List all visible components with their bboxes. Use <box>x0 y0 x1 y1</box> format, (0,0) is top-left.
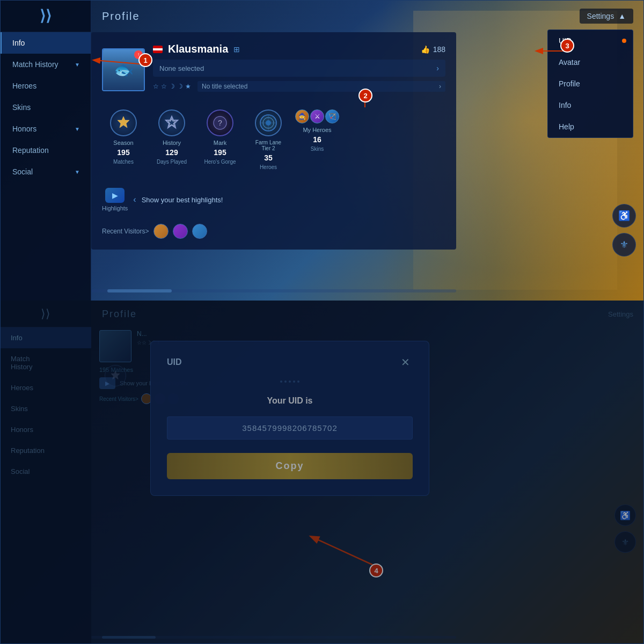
visitors-row: Recent Visitors> <box>102 224 445 239</box>
bottom-sidebar-info: Info <box>0 327 91 348</box>
visitor-avatar-2[interactable] <box>173 224 188 239</box>
stat-label-heroes: My Heroes <box>303 127 331 133</box>
stat-label-history: History <box>163 140 181 146</box>
star-4: ☽ <box>177 83 183 90</box>
sidebar-item-heroes[interactable]: Heroes <box>0 75 91 97</box>
stat-season[interactable]: Season 195 Matches <box>102 109 145 165</box>
stat-sublabel-mark: Hero's Gorge <box>204 159 236 165</box>
highlights-icon: ▶ <box>105 188 125 203</box>
uid-prompt-label: Your UID is <box>167 396 413 406</box>
hero-select-row[interactable]: None selected › <box>153 60 445 77</box>
close-icon: ✕ <box>401 356 410 369</box>
highlights-row: ▶ Highlights ‹ Show your best highlights… <box>102 184 445 216</box>
stat-value-heroes: 16 <box>313 135 321 144</box>
profile-name-row: Klausmania ⊞ 👍 188 <box>153 43 445 55</box>
label: Skins <box>11 405 28 413</box>
sidebar-item-social[interactable]: Social ▼ <box>0 161 91 182</box>
copy-name-icon[interactable]: ⊞ <box>233 45 240 54</box>
bottom-sidebar-heroes: Heroes <box>0 377 91 398</box>
annotation-number: 1 <box>143 56 147 64</box>
dropdown-label: Help <box>559 122 574 131</box>
dropdown-item-help[interactable]: Help <box>548 116 633 137</box>
farm-icon <box>255 109 282 136</box>
label: Info <box>11 334 23 342</box>
season-icon <box>110 109 137 136</box>
annotation-number: 3 <box>565 42 569 50</box>
right-icon-menu[interactable]: ⚜ <box>612 233 636 257</box>
dropdown-item-avatar[interactable]: Avatar <box>548 52 633 73</box>
annotation-4: 4 <box>369 564 383 577</box>
visitor-avatar-1[interactable] <box>153 224 169 239</box>
copy-button[interactable]: Copy <box>167 453 413 479</box>
annotation-1: 1 <box>138 53 152 67</box>
dropdown-item-profile[interactable]: Profile <box>548 73 633 94</box>
bottom-sidebar-match: MatchHistory <box>0 348 91 377</box>
chevron-icon: ▼ <box>75 169 80 175</box>
bottom-sidebar-skins: Skins <box>0 398 91 419</box>
sidebar-item-reputation[interactable]: Reputation <box>0 140 91 161</box>
app-logo: ⟩⟩ <box>0 0 91 32</box>
sidebar-item-skins[interactable]: Skins <box>0 97 91 118</box>
right-icon-accessibility[interactable]: ♿ <box>612 204 636 228</box>
title-chevron-icon: › <box>439 83 441 90</box>
label: Reputation <box>11 447 45 455</box>
dropdown-label: Info <box>559 101 571 109</box>
sidebar-item-honors[interactable]: Honors ▼ <box>0 118 91 140</box>
dropdown-label: Avatar <box>559 58 580 67</box>
bottom-sidebar-honors: Honors <box>0 419 91 440</box>
annotation-number: 4 <box>374 567 378 575</box>
sidebar-item-label: Heroes <box>12 82 36 90</box>
stat-label-season: Season <box>113 140 133 146</box>
star-5: ★ <box>185 83 191 90</box>
annotation-number: 2 <box>363 92 367 100</box>
sidebar-item-info[interactable]: Info <box>0 32 91 54</box>
scroll-track[interactable] <box>91 289 456 292</box>
stat-farm[interactable]: Farm LaneTier 2 35 Heroes <box>247 109 290 170</box>
sidebar-item-label: Honors <box>12 125 36 133</box>
bottom-half: ⟩⟩ Info MatchHistory Heroes Skins Honors… <box>0 301 644 644</box>
mark-icon: ? <box>207 109 233 136</box>
bottom-sidebar-reputation: Reputation <box>0 440 91 461</box>
highlights-icon-wrap: ▶ Highlights <box>102 188 128 211</box>
svg-marker-13 <box>111 371 120 379</box>
dot <box>284 380 287 383</box>
settings-label: Settings <box>587 12 614 20</box>
my-heroes-icons: 🧙 ⚔ 🏹 <box>295 109 339 123</box>
sidebar: ⟩⟩ Info Match History ▼ Heroes Skins Hon… <box>0 0 91 301</box>
top-half: ⟩⟩ Info Match History ▼ Heroes Skins Hon… <box>0 0 644 301</box>
hero-select-text: None selected <box>159 64 436 72</box>
stat-value-farm: 35 <box>264 153 273 162</box>
top-bar: Profile Settings ▲ <box>91 0 644 32</box>
page-title: Profile <box>102 10 140 23</box>
stat-history[interactable]: History 129 Days Played <box>150 109 193 165</box>
dot <box>293 380 295 383</box>
star-3: ☽ <box>169 83 175 90</box>
stat-heroes[interactable]: 🧙 ⚔ 🏹 My Heroes 16 Skins <box>295 109 339 152</box>
visitors-label: Recent Visitors> <box>102 228 149 235</box>
annotation-2: 2 <box>358 89 372 103</box>
highlights-label: Highlights <box>102 205 128 211</box>
stat-value-mark: 195 <box>214 148 226 157</box>
modal-close-button[interactable]: ✕ <box>398 355 413 370</box>
chevron-icon: ▼ <box>75 126 80 132</box>
title-select[interactable]: No title selected › <box>197 81 445 92</box>
sidebar-item-label: Reputation <box>12 146 49 155</box>
modal-dots <box>167 380 413 383</box>
flag-icon <box>153 46 163 53</box>
stats-row: Season 195 Matches History 129 Days Play… <box>102 104 445 175</box>
dot <box>289 380 291 383</box>
settings-button[interactable]: Settings ▲ <box>580 9 633 24</box>
modal-header: UID ✕ <box>167 355 413 370</box>
star-2: ☆ <box>161 83 167 90</box>
dropdown-label: Profile <box>559 79 580 88</box>
like-count-row: 👍 188 <box>421 45 445 54</box>
highlights-prompt: Show your best highlights! <box>142 196 223 204</box>
scroll-thumb <box>107 289 172 292</box>
history-icon <box>158 109 185 136</box>
dropdown-item-info[interactable]: Info <box>548 94 633 116</box>
notification-dot <box>622 39 626 43</box>
sidebar-item-label: Social <box>12 167 33 176</box>
visitor-avatar-3[interactable] <box>192 224 207 239</box>
sidebar-item-match-history[interactable]: Match History ▼ <box>0 54 91 75</box>
stat-mark[interactable]: ? Mark 195 Hero's Gorge <box>199 109 241 165</box>
